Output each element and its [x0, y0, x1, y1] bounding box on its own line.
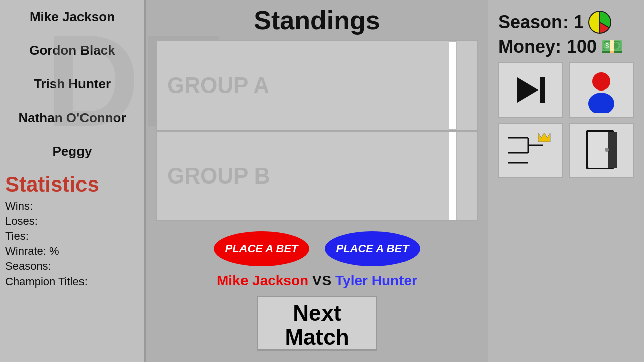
stat-wins: Wins:	[0, 199, 144, 214]
group-a-label: GROUP A	[157, 73, 269, 98]
door-icon	[581, 128, 621, 173]
money-line: Money: 100 💵	[493, 36, 639, 57]
skip-forward-icon	[513, 72, 548, 108]
center-panel: Standings GROUP A GROUP B PLACE A BET PL…	[146, 0, 488, 362]
matchup-text: Mike Jackson VS Tyler Hunter	[146, 273, 488, 289]
stat-seasons: Seasons:	[0, 259, 144, 274]
svg-point-8	[588, 93, 614, 113]
stat-ties: Ties:	[0, 229, 144, 244]
player-blue-name: Tyler Hunter	[335, 273, 417, 288]
svg-marker-14	[538, 133, 550, 142]
money-text: Money: 100	[498, 36, 597, 57]
money-icon: 💵	[601, 36, 623, 57]
player-name-1: Mike Jackson	[0, 0, 144, 34]
svg-rect-6	[540, 77, 545, 103]
svg-point-18	[605, 148, 609, 152]
avatar-box[interactable]	[569, 62, 634, 118]
player-name-4: Nathan O'Connor	[0, 101, 144, 135]
season-line: Season: 1	[493, 10, 639, 34]
group-b-divider	[449, 132, 457, 220]
svg-point-7	[592, 72, 610, 90]
vs-text: VS	[312, 273, 335, 288]
bet-button-blue[interactable]: PLACE A BET	[325, 231, 420, 266]
group-a-divider	[449, 41, 457, 130]
player-name-2: Gordon Black	[0, 34, 144, 67]
play-button-box[interactable]	[498, 62, 564, 118]
season-text: Season: 1	[498, 12, 584, 33]
right-panel: Season: 1 Money: 100 💵	[488, 0, 644, 362]
group-b-label: GROUP B	[157, 163, 270, 189]
group-a-box: GROUP A	[156, 40, 478, 131]
icons-row1	[493, 62, 639, 118]
groups-area: GROUP A GROUP B	[156, 40, 478, 221]
player-name-5: Peggy	[0, 135, 144, 168]
group-b-box: GROUP B	[156, 131, 478, 221]
betting-area: PLACE A BET PLACE A BET	[146, 231, 488, 266]
bracket-icon	[503, 128, 558, 173]
season-pie-icon	[588, 10, 612, 34]
statistics-label: Statistics	[0, 168, 144, 199]
stat-champion: Champion Titles:	[0, 274, 144, 289]
standings-title: Standings	[146, 0, 488, 38]
stat-loses: Loses:	[0, 214, 144, 229]
left-panel: DE Mike Jackson Gordon Black Trish Hunte…	[0, 0, 146, 362]
bet-button-red[interactable]: PLACE A BET	[214, 231, 309, 266]
player-red-name: Mike Jackson	[217, 273, 308, 288]
player-name-3: Trish Hunter	[0, 67, 144, 101]
bracket-box[interactable]	[498, 123, 564, 178]
svg-marker-5	[517, 77, 538, 103]
next-match-button[interactable]: Next Match	[257, 296, 377, 351]
svg-rect-17	[608, 132, 617, 168]
stat-winrate: Winrate: %	[0, 244, 144, 259]
avatar-icon	[579, 67, 624, 113]
exit-box[interactable]	[569, 123, 634, 178]
icons-row2	[493, 123, 639, 178]
